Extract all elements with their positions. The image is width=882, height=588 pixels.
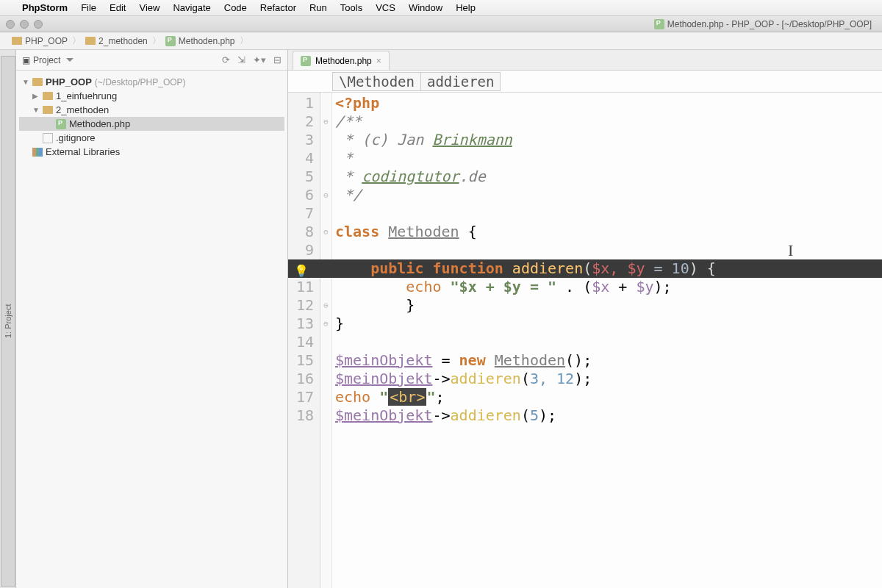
tree-label: .gitignore <box>56 132 95 143</box>
breadcrumb-root[interactable]: PHP_OOP <box>7 36 72 46</box>
project-tool-tab[interactable]: 1: Project <box>1 56 15 587</box>
tool-window-bar: 1: Project <box>0 50 16 588</box>
fold-column: ⊖⊖⊖⊖⊖⊖ <box>320 93 332 588</box>
code-content[interactable]: I <?php/** * (c) Jan Brinkmann * * codin… <box>332 93 882 588</box>
chevron-right-icon: 〉 <box>240 35 248 47</box>
tree-file-selected[interactable]: Methoden.php <box>19 117 284 131</box>
collapse-icon[interactable]: ⇲ <box>237 54 245 65</box>
editor-breadcrumb: \Methoden addieren <box>288 71 882 93</box>
chevron-right-icon: 〉 <box>72 35 81 47</box>
line-gutter: 123456789101112131415161718 <box>288 93 320 588</box>
app-name[interactable]: PhpStorm <box>22 2 68 13</box>
php-file-icon <box>56 119 66 129</box>
tree-label: 1_einfuehrung <box>56 90 117 101</box>
tree-file[interactable]: .gitignore <box>19 131 284 145</box>
macos-menubar: PhpStorm File Edit View Navigate Code Re… <box>0 0 882 16</box>
tree-label: External Libraries <box>46 146 120 157</box>
project-view-icon: ▣ <box>22 55 30 65</box>
php-file-icon <box>165 36 176 46</box>
tree-folder[interactable]: ▼2_methoden <box>19 103 284 117</box>
editor-pane: Methoden.php× \Methoden addieren 1234567… <box>288 50 882 588</box>
code-area[interactable]: 123456789101112131415161718 ⊖⊖⊖⊖⊖⊖ I <?p… <box>288 93 882 588</box>
folder-icon <box>43 92 53 100</box>
window-titlebar: Methoden.php - PHP_OOP - [~/Desktop/PHP_… <box>0 16 882 32</box>
breadcrumb-label: Methoden.php <box>179 36 235 46</box>
menu-refactor[interactable]: Refactor <box>260 2 296 13</box>
breadcrumb-folder[interactable]: 2_methoden <box>81 36 152 46</box>
menu-tools[interactable]: Tools <box>340 2 362 13</box>
crumb-class[interactable]: \Methoden <box>332 72 421 91</box>
nav-breadcrumbs: PHP_OOP 〉 2_methoden 〉 Methoden.php 〉 <box>0 32 882 50</box>
menu-window[interactable]: Window <box>409 2 442 13</box>
editor-tab[interactable]: Methoden.php× <box>293 51 390 70</box>
menu-vcs[interactable]: VCS <box>376 2 395 13</box>
window-title: Methoden.php - PHP_OOP - [~/Desktop/PHP_… <box>654 19 872 29</box>
settings-icon[interactable]: ✦▾ <box>253 54 266 65</box>
menu-code[interactable]: Code <box>224 2 247 13</box>
project-tree: ▼PHP_OOP (~/Desktop/PHP_OOP) ▶1_einfuehr… <box>16 71 287 163</box>
crumb-method[interactable]: addieren <box>421 72 501 91</box>
autoscroll-icon[interactable]: ⟳ <box>222 54 230 65</box>
tree-label: Methoden.php <box>69 118 130 129</box>
folder-icon <box>12 37 22 45</box>
sidebar-title[interactable]: Project <box>33 55 60 65</box>
sidebar-header: ▣Project ⟳ ⇲ ✦▾ ⊟ <box>16 50 287 71</box>
php-file-icon <box>301 56 311 66</box>
folder-icon <box>85 37 96 45</box>
breadcrumb-label: 2_methoden <box>98 36 148 46</box>
text-cursor-icon: I <box>788 241 793 259</box>
folder-icon <box>43 106 53 114</box>
editor-tabs: Methoden.php× <box>288 50 882 71</box>
menu-navigate[interactable]: Navigate <box>173 2 210 13</box>
tree-path: (~/Desktop/PHP_OOP) <box>95 77 186 87</box>
chevron-right-icon: 〉 <box>152 35 161 47</box>
minimize-button[interactable] <box>20 20 29 29</box>
breadcrumb-file[interactable]: Methoden.php <box>161 36 240 46</box>
menu-help[interactable]: Help <box>456 2 476 13</box>
window-title-text: Methoden.php - PHP_OOP - [~/Desktop/PHP_… <box>667 19 872 29</box>
file-icon <box>43 133 53 143</box>
tree-label: 2_methoden <box>56 104 109 115</box>
tree-external-libs[interactable]: External Libraries <box>19 145 284 159</box>
tree-folder[interactable]: ▶1_einfuehrung <box>19 89 284 103</box>
breadcrumb-label: PHP_OOP <box>25 36 68 46</box>
close-icon[interactable]: × <box>376 56 381 66</box>
menu-run[interactable]: Run <box>309 2 327 13</box>
menu-edit[interactable]: Edit <box>110 2 126 13</box>
project-sidebar: ▣Project ⟳ ⇲ ✦▾ ⊟ ▼PHP_OOP (~/Desktop/PH… <box>16 50 288 588</box>
folder-icon <box>32 78 43 86</box>
close-button[interactable] <box>6 20 15 29</box>
hide-icon[interactable]: ⊟ <box>273 54 282 65</box>
library-icon <box>32 148 43 157</box>
dropdown-icon[interactable] <box>66 58 74 62</box>
php-file-icon <box>654 19 664 29</box>
zoom-button[interactable] <box>34 20 43 29</box>
menu-view[interactable]: View <box>139 2 159 13</box>
menu-file[interactable]: File <box>81 2 96 13</box>
tab-label: Methoden.php <box>315 56 372 66</box>
tree-label: PHP_OOP <box>46 76 92 87</box>
tree-root[interactable]: ▼PHP_OOP (~/Desktop/PHP_OOP) <box>19 75 284 89</box>
traffic-lights <box>6 20 43 29</box>
